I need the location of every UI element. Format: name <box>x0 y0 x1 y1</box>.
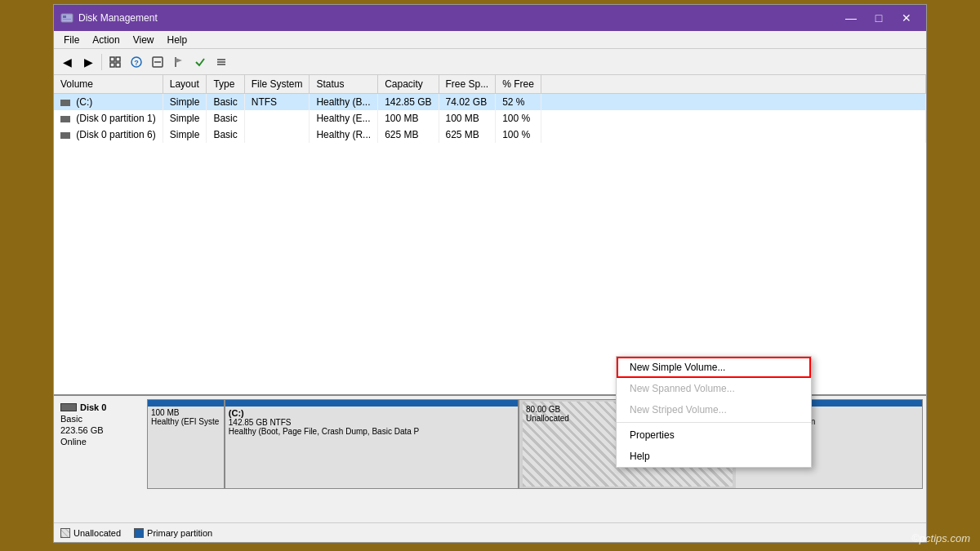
menu-action[interactable]: Action <box>86 33 126 47</box>
col-type[interactable]: Type <box>207 75 244 94</box>
svg-rect-2 <box>63 19 71 20</box>
col-freespace[interactable]: Free Sp... <box>439 75 496 94</box>
cell-layout: Simple <box>163 94 207 111</box>
disk-size: 223.56 GB <box>60 425 144 435</box>
cell-pctfree: 100 % <box>496 110 541 127</box>
svg-rect-4 <box>116 57 120 61</box>
svg-rect-5 <box>110 63 114 67</box>
legend-unalloc-box <box>60 528 70 538</box>
volume-table-container: Volume Layout Type File System Status Ca… <box>54 75 926 396</box>
svg-marker-12 <box>176 58 182 63</box>
disk-management-window: Disk Management — □ ✕ File Action View H… <box>53 4 927 543</box>
cell-status: Healthy (R... <box>310 127 378 143</box>
disk-label: Disk 0 Basic 223.56 GB Online <box>57 399 147 489</box>
partition-efi-size: 100 MB <box>151 408 220 417</box>
ctx-separator <box>617 422 811 423</box>
svg-rect-6 <box>116 63 120 67</box>
cell-capacity: 625 MB <box>378 127 439 143</box>
cell-status: Healthy (B... <box>310 94 378 111</box>
disk-name: Disk 0 <box>80 402 106 412</box>
maximize-button[interactable]: □ <box>866 8 892 28</box>
context-menu: New Simple Volume... New Spanned Volume.… <box>616 356 812 468</box>
col-pctfree[interactable]: % Free <box>496 75 541 94</box>
col-capacity[interactable]: Capacity <box>378 75 439 94</box>
table-row[interactable]: (C:) Simple Basic NTFS Healthy (B... 142… <box>54 94 926 111</box>
cell-type: Basic <box>207 110 244 127</box>
forward-button[interactable]: ▶ <box>78 52 98 72</box>
minimize-button[interactable]: — <box>838 8 864 28</box>
volume-icon <box>60 132 70 139</box>
toolbar-btn-list[interactable] <box>212 52 231 72</box>
window-title: Disk Management <box>78 12 838 24</box>
legend-primary-box <box>134 528 144 538</box>
partition-c-desc: Healthy (Boot, Page File, Crash Dump, Ba… <box>229 427 514 436</box>
cell-volume: (Disk 0 partition 6) <box>54 127 163 143</box>
partition-efi-desc: Healthy (EFI Syste <box>151 417 220 426</box>
toolbar-separator-1 <box>101 54 102 70</box>
window-controls: — □ ✕ <box>838 8 920 28</box>
cell-filesystem <box>244 110 310 127</box>
cell-volume: (C:) <box>54 94 163 111</box>
ctx-new-striped-volume: New Striped Volume... <box>617 399 811 420</box>
table-row[interactable]: (Disk 0 partition 1) Simple Basic Health… <box>54 110 926 127</box>
partition-c-name: (C:) <box>229 408 514 418</box>
toolbar: ◀ ▶ ? <box>54 49 926 75</box>
table-header-row: Volume Layout Type File System Status Ca… <box>54 75 926 94</box>
menu-file[interactable]: File <box>57 33 86 47</box>
legend: Unallocated Primary partition <box>54 522 926 542</box>
menu-help[interactable]: Help <box>161 33 194 47</box>
toolbar-btn-grid[interactable] <box>105 52 125 72</box>
disk-type: Basic <box>60 414 144 424</box>
col-layout[interactable]: Layout <box>163 75 207 94</box>
cell-capacity: 142.85 GB <box>378 94 439 111</box>
volume-icon <box>60 116 70 122</box>
partition-efi-header <box>148 400 224 407</box>
cell-filesystem: NTFS <box>244 94 310 111</box>
cell-layout: Simple <box>163 110 207 127</box>
cell-capacity: 100 MB <box>378 110 439 127</box>
cell-status: Healthy (E... <box>310 110 378 127</box>
toolbar-btn-help[interactable]: ? <box>127 52 146 72</box>
cell-pctfree: 52 % <box>496 94 541 111</box>
cell-type: Basic <box>207 127 244 143</box>
partition-efi[interactable]: 100 MB Healthy (EFI Syste <box>148 400 225 488</box>
close-button[interactable]: ✕ <box>893 8 920 28</box>
window-icon <box>60 11 74 24</box>
svg-text:?: ? <box>134 59 139 67</box>
cell-freespace: 74.02 GB <box>439 94 496 111</box>
partition-c-size: 142.85 GB NTFS <box>229 418 514 427</box>
menu-bar: File Action View Help <box>54 31 926 49</box>
main-content: Volume Layout Type File System Status Ca… <box>54 75 926 542</box>
partition-c-header <box>225 400 518 407</box>
volume-icon <box>60 100 70 106</box>
table-row[interactable]: (Disk 0 partition 6) Simple Basic Health… <box>54 127 926 143</box>
back-button[interactable]: ◀ <box>57 52 77 72</box>
ctx-properties[interactable]: Properties <box>617 424 811 446</box>
cell-volume: (Disk 0 partition 1) <box>54 110 163 127</box>
col-filesystem[interactable]: File System <box>244 75 310 94</box>
toolbar-btn-flag[interactable] <box>169 52 189 72</box>
legend-unalloc-label: Unallocated <box>74 528 121 538</box>
cell-freespace: 625 MB <box>439 127 496 143</box>
legend-primary: Primary partition <box>134 528 212 538</box>
partition-c[interactable]: (C:) 142.85 GB NTFS Healthy (Boot, Page … <box>225 400 519 488</box>
ctx-help[interactable]: Help <box>617 446 811 467</box>
cell-pctfree: 100 % <box>496 127 541 143</box>
cell-freespace: 100 MB <box>439 110 496 127</box>
menu-view[interactable]: View <box>127 33 161 47</box>
disk-icon <box>60 403 77 411</box>
col-extra <box>541 75 925 94</box>
disk-status: Online <box>60 437 144 447</box>
title-bar: Disk Management — □ ✕ <box>54 5 926 31</box>
svg-rect-1 <box>63 16 66 18</box>
cell-type: Basic <box>207 94 244 111</box>
cell-layout: Simple <box>163 127 207 143</box>
toolbar-btn-minus[interactable] <box>148 52 167 72</box>
col-status[interactable]: Status <box>310 75 378 94</box>
ctx-new-simple-volume[interactable]: New Simple Volume... <box>617 357 811 378</box>
toolbar-btn-check[interactable] <box>190 52 210 72</box>
legend-unallocated: Unallocated <box>60 528 121 538</box>
ctx-new-spanned-volume: New Spanned Volume... <box>617 378 811 399</box>
legend-primary-label: Primary partition <box>147 528 212 538</box>
col-volume[interactable]: Volume <box>54 75 163 94</box>
